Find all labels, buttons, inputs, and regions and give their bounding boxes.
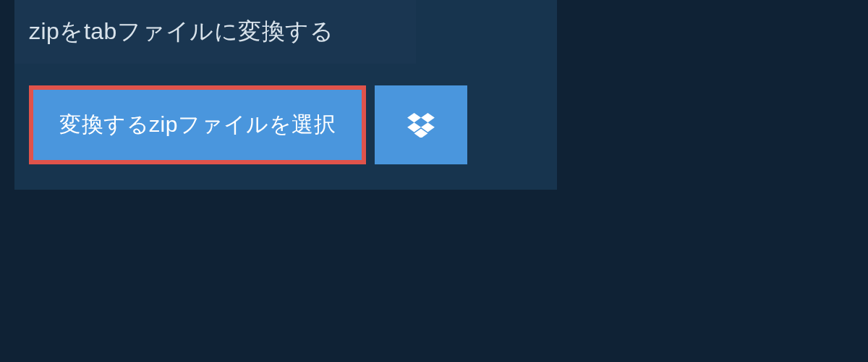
converter-panel: zipをtabファイルに変換する 変換するzipファイルを選択	[14, 0, 557, 190]
dropbox-icon	[407, 113, 435, 138]
select-file-button[interactable]: 変換するzipファイルを選択	[29, 85, 366, 164]
header-bar: zipをtabファイルに変換する	[14, 0, 416, 64]
button-row: 変換するzipファイルを選択	[14, 64, 557, 164]
page-title: zipをtabファイルに変換する	[29, 16, 401, 48]
dropbox-button[interactable]	[375, 85, 467, 164]
